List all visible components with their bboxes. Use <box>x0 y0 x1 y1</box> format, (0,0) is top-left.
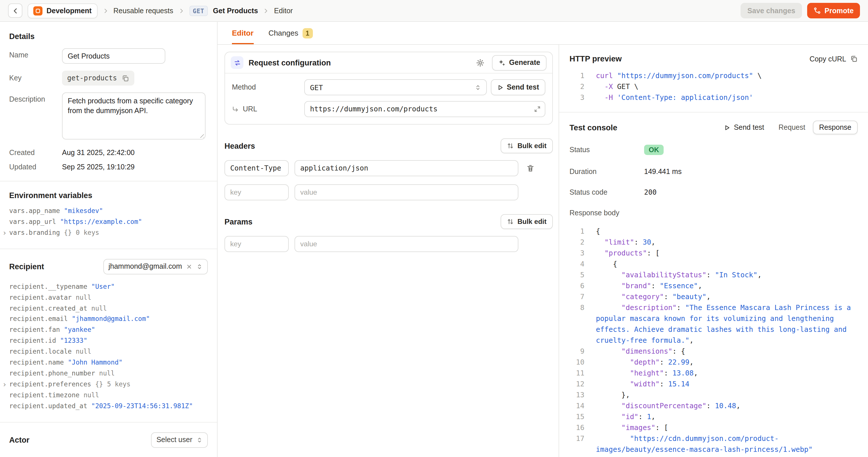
created-row: Created Aug 31 2025, 22:42:00 <box>9 149 208 157</box>
url-input[interactable] <box>304 101 546 117</box>
tab-changes[interactable]: Changes 1 <box>268 22 313 44</box>
chevron-up-down-icon <box>196 263 203 270</box>
header-key-input[interactable] <box>224 184 289 201</box>
chevron-right-icon[interactable]: › <box>2 228 7 239</box>
variable-value: "User" <box>91 282 115 293</box>
variable-value: {} <box>95 379 103 390</box>
play-icon <box>724 124 731 131</box>
header-key-input[interactable] <box>224 160 289 176</box>
divider <box>0 422 217 422</box>
response-tab[interactable]: Response <box>813 121 858 134</box>
variable-value: null <box>91 303 107 314</box>
params-bulk-edit-button[interactable]: Bulk edit <box>501 214 553 229</box>
environment-switcher[interactable]: Development <box>28 3 97 18</box>
header-value-input[interactable] <box>294 160 518 176</box>
name-input[interactable] <box>62 48 165 64</box>
param-row-empty <box>224 236 553 252</box>
headers-title: Headers <box>224 142 255 150</box>
variable-key: recipient.fan <box>9 325 60 336</box>
code-line: 4 { <box>569 259 858 270</box>
tab-editor[interactable]: Editor <box>232 22 253 44</box>
bulk-edit-icon <box>507 218 514 225</box>
line-number: 7 <box>569 292 584 303</box>
name-label: Name <box>9 48 62 59</box>
method-badge: GET <box>189 5 208 16</box>
copy-curl-button[interactable]: Copy cURL <box>809 55 858 63</box>
header-value-input[interactable] <box>294 184 518 201</box>
expand-icon[interactable] <box>534 105 541 113</box>
save-changes-button[interactable]: Save changes <box>741 3 802 19</box>
gear-icon[interactable] <box>476 58 485 67</box>
actor-row: Actor Select user <box>9 432 208 448</box>
updated-row: Updated Sep 25 2025, 19:10:29 <box>9 163 208 171</box>
line-number: 2 <box>569 82 584 92</box>
copy-key-button[interactable] <box>121 74 129 82</box>
chevron-right-icon[interactable]: › <box>2 379 7 390</box>
trash-icon[interactable] <box>526 164 534 172</box>
breadcrumb-request-name[interactable]: Get Products <box>213 7 258 14</box>
code-line: 6 "brand": "Essence", <box>569 281 858 292</box>
variable-value: null <box>84 390 99 401</box>
variable-row: recipient.updated_at"2025-09-23T14:56:31… <box>9 401 208 412</box>
http-preview-header: HTTP preview Copy cURL <box>559 45 868 68</box>
variable-key: recipient.name <box>9 358 64 369</box>
breadcrumb-reusable-requests[interactable]: Reusable requests <box>113 7 173 14</box>
variable-key: recipient.avatar <box>9 293 72 303</box>
param-key-input[interactable] <box>224 236 289 252</box>
editor-tabs: Editor Changes 1 <box>218 22 868 45</box>
clear-recipient-button[interactable] <box>186 263 192 270</box>
console-send-test-button[interactable]: Send test <box>724 123 764 131</box>
variable-row: recipient.created_atnull <box>9 303 208 314</box>
variable-row: ›recipient.preferences{}5 keys <box>9 379 208 390</box>
request-configuration-card: Request configuration Generate <box>224 52 553 125</box>
param-value-input[interactable] <box>294 236 518 252</box>
chevron-right-icon <box>263 8 269 13</box>
line-number: 12 <box>569 379 584 390</box>
back-button[interactable] <box>8 3 22 18</box>
test-console-header: Test console Send test Request Response <box>559 113 868 145</box>
actor-select[interactable]: Select user <box>151 432 208 448</box>
request-tab[interactable]: Request <box>772 121 811 134</box>
breadcrumb-page: Editor <box>274 7 293 14</box>
response-body-code: 1{2 "limit": 30,3 "products": [4 {5 "ava… <box>559 224 868 455</box>
headers-bulk-edit-button[interactable]: Bulk edit <box>501 139 553 153</box>
line-number: 1 <box>569 71 584 82</box>
line-number: 14 <box>569 401 584 412</box>
variable-row: recipient.timezonenull <box>9 390 208 401</box>
env-vars-list: vars.app_name"mikesdev"vars.app_url"http… <box>9 206 208 239</box>
editor-pane: Request configuration Generate <box>218 45 559 457</box>
variable-key: recipient.created_at <box>9 303 87 314</box>
line-number: 3 <box>569 92 584 103</box>
chevron-right-icon <box>178 8 184 13</box>
method-select[interactable]: GET <box>304 79 487 95</box>
recipient-select[interactable]: jhammond@gmail.com <box>103 258 208 274</box>
environment-label: Development <box>46 7 92 14</box>
duration-value: 149.441 ms <box>644 167 682 176</box>
line-number: 5 <box>569 270 584 281</box>
variable-key: recipient.updated_at <box>9 401 87 412</box>
key-field-row: Key get-products <box>9 71 208 86</box>
code-line: 1curl "https://dummyjson.com/products" \ <box>569 71 858 82</box>
code-line: 9 "dimensions": { <box>569 346 858 357</box>
generate-button[interactable]: Generate <box>492 55 547 70</box>
recipient-title: Recipient <box>9 262 44 271</box>
variable-row: ›vars.branding{}0 keys <box>9 228 208 239</box>
status-label: Status <box>569 146 644 154</box>
variable-key: recipient.preferences <box>9 379 91 390</box>
variable-row: vars.app_url"https://example.com" <box>9 217 208 228</box>
promote-button[interactable]: Promote <box>807 3 860 19</box>
environment-icon <box>33 6 42 15</box>
updated-value: Sep 25 2025, 19:10:29 <box>62 163 135 171</box>
chevron-up-down-icon <box>475 84 481 90</box>
description-label: Description <box>9 92 62 103</box>
variable-row: recipient.__typename"User" <box>9 282 208 293</box>
line-number: 8 <box>569 303 584 313</box>
send-test-button[interactable]: Send test <box>491 79 546 95</box>
code-line: 13 }, <box>569 390 858 401</box>
corner-down-right-icon <box>232 105 239 113</box>
created-value: Aug 31 2025, 22:42:00 <box>62 149 135 157</box>
code-line: 2 -X GET \ <box>569 82 858 92</box>
description-textarea[interactable]: Fetch products from a specific category … <box>62 92 206 140</box>
variable-value: null <box>76 293 91 303</box>
copy-icon <box>850 55 858 63</box>
